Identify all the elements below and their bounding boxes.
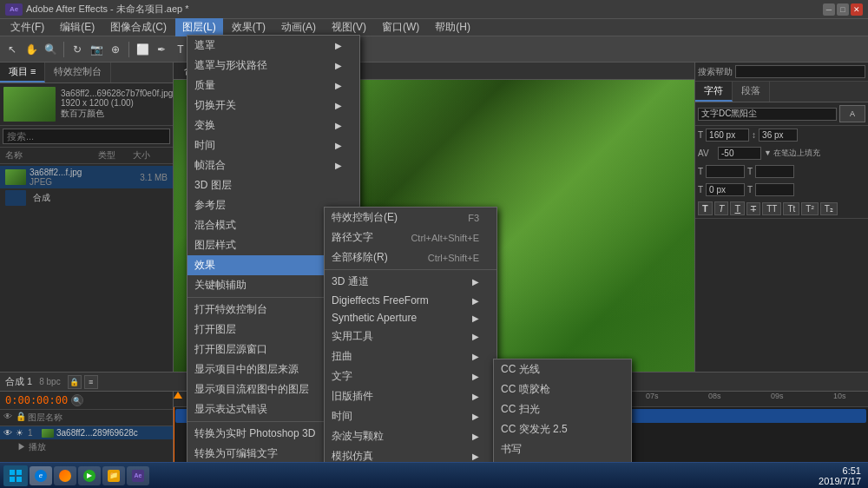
list-item[interactable]: 3a68ff2...f.jpg JPEG 3.1 MB [0, 166, 173, 188]
menu-effect[interactable]: 效果(T) [225, 18, 273, 36]
rotate-tool[interactable]: ↻ [69, 41, 86, 58]
menu-item-mask[interactable]: 遮罩 ▶ [187, 36, 359, 56]
search-keyframe-btn[interactable]: 🔍 [71, 394, 83, 406]
minimize-button[interactable]: ─ [823, 3, 835, 16]
maximize-button[interactable]: □ [837, 3, 849, 16]
menu-item-frame-blend[interactable]: 帧混合 ▶ [187, 155, 359, 175]
strikethrough-button[interactable]: T̶ [746, 202, 760, 215]
mask-tool[interactable]: ⬜ [134, 41, 151, 58]
layer-expand-label[interactable]: ▶ 播放 [17, 442, 46, 452]
menu-item-3d-channel[interactable]: 3D 通道 ▶ [325, 272, 496, 292]
tab-character[interactable]: 字符 [695, 82, 733, 102]
font-name-input[interactable] [698, 108, 837, 121]
menu-item-switches[interactable]: 切换开关 ▶ [187, 96, 359, 115]
menu-item-quality[interactable]: 质量 ▶ [187, 76, 359, 96]
menu-item-time[interactable]: 时间 ▶ [187, 135, 359, 155]
timeline-lock-btn[interactable]: 🔒 [68, 375, 82, 389]
timeline-mute-btn[interactable]: ≡ [84, 375, 98, 389]
font-style-picker[interactable]: A [839, 105, 865, 122]
tracking-input[interactable] [718, 147, 761, 160]
menu-file[interactable]: 文件(F) [3, 18, 51, 36]
close-button[interactable]: ✕ [851, 3, 863, 16]
menu-item-utility[interactable]: 实用工具 ▶ [325, 326, 496, 346]
menu-item-text-fx[interactable]: 文字 ▶ [325, 366, 496, 386]
tab-effects-controls[interactable]: 特效控制台 [45, 63, 111, 82]
project-search-input[interactable] [3, 129, 170, 144]
menu-item-3d-layer[interactable]: 3D 图层 [187, 175, 359, 195]
submenu-arrow: ▶ [472, 412, 479, 421]
menu-help[interactable]: 帮助(H) [428, 18, 477, 36]
zoom-tool[interactable]: 🔍 [42, 41, 59, 58]
gen-cc-light[interactable]: CC 光线 [494, 359, 631, 379]
menu-view[interactable]: 视图(V) [325, 18, 373, 36]
tab-project[interactable]: 项目 ≡ [0, 63, 45, 82]
taskbar-explorer[interactable]: 📁 [102, 466, 125, 485]
taskbar-ie[interactable]: e [30, 466, 52, 485]
underline-button[interactable]: T [730, 201, 745, 215]
indent-input-2[interactable] [755, 165, 794, 178]
layer-visibility-icon[interactable]: 👁 [3, 428, 16, 438]
menu-item-noise[interactable]: 杂波与颗粒 ▶ [325, 426, 496, 446]
taskbar-firefox[interactable] [54, 466, 76, 485]
super-button[interactable]: T² [801, 202, 818, 215]
menu-edit[interactable]: 编辑(E) [53, 18, 102, 36]
gen-cc-scan[interactable]: CC 扫光 [494, 399, 631, 419]
layer-solo-icon[interactable]: ☀ [16, 428, 28, 438]
menu-item-path-text[interactable]: 路径文字 Ctrl+Alt+Shift+E [325, 228, 496, 247]
gen-write[interactable]: 书写 [494, 439, 631, 459]
submenu-arrow: ▶ [335, 121, 342, 130]
select-tool[interactable]: ↖ [3, 41, 21, 58]
gen-cc-burst[interactable]: CC 突发光 2.5 [494, 419, 631, 439]
sub-button[interactable]: T₂ [820, 202, 838, 215]
tab-paragraph[interactable]: 段落 [733, 82, 770, 102]
file-info: 3a68ff2...f.jpg JPEG [30, 168, 136, 187]
menu-item-time-fx[interactable]: 时间 ▶ [325, 406, 496, 426]
taskbar-player[interactable]: ▶ [78, 466, 101, 485]
project-search [0, 126, 173, 148]
leading-input[interactable] [759, 129, 798, 142]
menu-item-mask-shape[interactable]: 遮罩与形状路径 ▶ [187, 56, 359, 76]
file-name: 3a68ff2...f.jpg [30, 168, 136, 177]
help-search-input[interactable] [735, 65, 865, 78]
menu-item-remove-all[interactable]: 全部移除(R) Ctrl+Shift+E [325, 247, 496, 267]
camera-tool[interactable]: 📷 [88, 41, 105, 58]
caps-button[interactable]: TT [762, 202, 781, 215]
layer-row[interactable]: 👁 ☀ 1 3a68ff2...289f69628c [0, 426, 173, 439]
col-lock: 🔒 [16, 412, 28, 424]
submenu-arrow: ▶ [335, 101, 342, 110]
comp-name: 合成 [33, 192, 50, 204]
menu-item-effect-controls[interactable]: 特效控制台(E) F3 [325, 208, 496, 228]
hand-tool[interactable]: ✋ [23, 41, 40, 58]
clock-time: 6:51 [819, 465, 861, 476]
indent-input-1[interactable] [706, 165, 745, 178]
menu-item-syn[interactable]: Synthetic Aperture ▶ [325, 309, 496, 326]
menu-animation[interactable]: 动画(A) [274, 18, 323, 36]
taskbar-clock: 6:51 2019/7/17 [819, 465, 865, 486]
list-item[interactable]: 合成 [0, 188, 173, 208]
tsumi-label: T [747, 185, 753, 195]
bold-button[interactable]: T [698, 201, 713, 215]
tsumi-input[interactable] [755, 183, 794, 196]
col-layer-name: 图层名称 [28, 412, 169, 424]
menu-window[interactable]: 窗口(W) [375, 18, 426, 36]
character-panel: 字符 段落 A T ↕ AV ▼ 在笔边上填充 [695, 82, 868, 219]
baseline-input[interactable] [706, 183, 745, 196]
pan-tool[interactable]: ⊕ [107, 41, 124, 58]
menu-item-transform[interactable]: 变换 ▶ [187, 115, 359, 135]
taskbar-ae[interactable]: Ae [127, 466, 149, 485]
submenu-arrow: ▶ [335, 41, 342, 50]
pen-tool[interactable]: ✒ [153, 41, 170, 58]
gen-cc-spray[interactable]: CC 喷胶枪 [494, 379, 631, 399]
submenu-arrow: ▶ [335, 81, 342, 90]
menu-layer[interactable]: 图层(L) [175, 18, 223, 36]
italic-button[interactable]: T [714, 201, 729, 215]
submenu-arrow: ▶ [472, 296, 479, 306]
baseline-label: T [698, 185, 703, 195]
smallcaps-button[interactable]: Tt [783, 202, 799, 215]
start-button[interactable] [3, 465, 28, 486]
menu-composition[interactable]: 图像合成(C) [103, 18, 174, 36]
menu-item-digi[interactable]: Digieffects FreeForm ▶ [325, 292, 496, 309]
menu-item-distort[interactable]: 扭曲 ▶ [325, 346, 496, 366]
menu-item-legacy[interactable]: 旧版插件 ▶ [325, 386, 496, 406]
font-size-input[interactable] [706, 129, 749, 142]
